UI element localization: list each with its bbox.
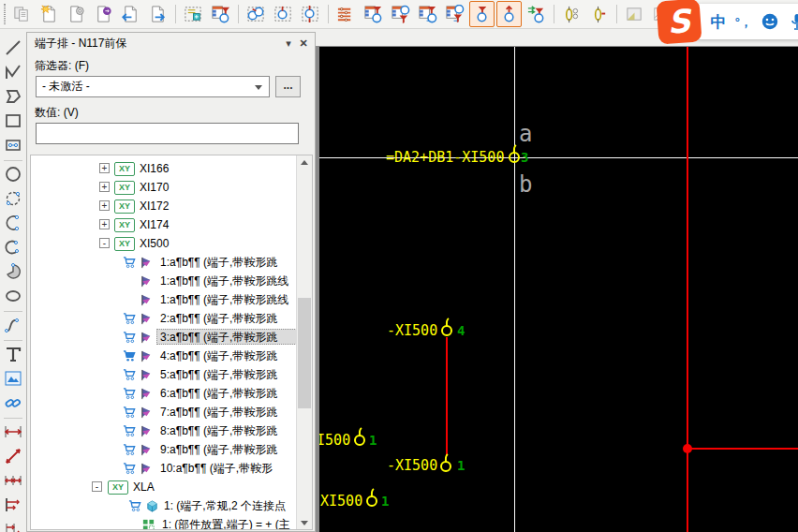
dim-linear-tool[interactable] bbox=[2, 421, 24, 443]
line-tool[interactable] bbox=[2, 37, 24, 59]
microphone-button[interactable] bbox=[788, 12, 798, 31]
xla-placement-row[interactable]: 1: (部件放置,端子) = + (主 bbox=[31, 515, 299, 530]
device-label[interactable]: =DA2+DB1-XI500 bbox=[386, 148, 504, 167]
terminal-row-1a[interactable]: 1:a¶b¶¶ (端子,带鞍形跳 bbox=[31, 253, 299, 272]
collapse-icon[interactable]: - bbox=[99, 238, 110, 248]
tree-item-xi172[interactable]: + XY XI172 bbox=[31, 197, 293, 215]
panel-title-bar[interactable]: 端子排 - N117前保 ▾ ✕ bbox=[27, 33, 315, 53]
terminal-row-6[interactable]: 6:a¶b¶¶ (端子,带鞍形跳 bbox=[31, 384, 299, 403]
terminal-symbol-2[interactable] bbox=[439, 318, 454, 338]
terminal-symbol-3[interactable] bbox=[438, 453, 453, 474]
jumper-symbol-1-button[interactable] bbox=[559, 1, 584, 27]
terminal-label-clipped-2[interactable]: -XI500 bbox=[319, 492, 362, 510]
terminal-symbol-1[interactable] bbox=[507, 144, 522, 165]
expand-icon[interactable]: + bbox=[99, 200, 110, 211]
emoji-button[interactable] bbox=[761, 12, 779, 31]
page-back-button[interactable] bbox=[118, 1, 143, 27]
arc-tool[interactable] bbox=[2, 212, 24, 234]
sort-terminals-button[interactable] bbox=[388, 1, 413, 27]
circle-tool[interactable] bbox=[2, 163, 24, 185]
terminal-symbol-4[interactable] bbox=[352, 427, 367, 448]
rectangle-tool[interactable] bbox=[2, 110, 24, 132]
terminal-row-9[interactable]: 9:a¶b¶¶ (端子,带鞍形跳 bbox=[31, 440, 299, 459]
wire-terminal-segment[interactable] bbox=[446, 337, 448, 456]
tree-item-xi166[interactable]: + XY XI166 bbox=[31, 159, 293, 178]
toolbar-grip[interactable] bbox=[4, 4, 6, 24]
multiple-terminals-button[interactable] bbox=[333, 1, 359, 27]
tree-item-xi170[interactable]: + XY XI170 bbox=[31, 178, 293, 197]
corner-fill-icon bbox=[625, 5, 644, 24]
terminal-label-xi500-1[interactable]: -XI500 bbox=[387, 456, 437, 475]
schematic-canvas[interactable]: =DA2+DB1-XI500 3 a b -XI500 4 -XI500 1 -… bbox=[319, 47, 798, 532]
hyperlink-tool[interactable] bbox=[2, 392, 24, 414]
move-toggle-button[interactable] bbox=[496, 1, 522, 27]
panel-close-button[interactable]: ✕ bbox=[296, 36, 311, 51]
panel-pin-button[interactable]: ▾ bbox=[281, 36, 296, 51]
scrollbar-thumb[interactable] bbox=[298, 298, 311, 408]
text-tool[interactable] bbox=[2, 343, 24, 365]
tree-item-xi174[interactable]: + XY XI174 bbox=[31, 215, 293, 234]
terminal-row-2[interactable]: 2:a¶b¶¶ (端子,带鞍形跳 bbox=[31, 309, 299, 328]
terminal-row-5[interactable]: 5:a¶b¶¶ (端子,带鞍形跳 bbox=[31, 365, 299, 384]
terminal-label-clipped-1[interactable]: -XI500 bbox=[319, 431, 350, 450]
expand-icon[interactable]: + bbox=[99, 182, 110, 192]
terminal-row-10[interactable]: 10:a¶b¶¶ (端子,带鞍形 bbox=[31, 459, 299, 478]
terminal-symbol-5[interactable] bbox=[364, 488, 379, 509]
expand-icon[interactable]: + bbox=[99, 219, 110, 229]
sector-tool[interactable] bbox=[2, 260, 24, 283]
rounded-rectangle-tool[interactable] bbox=[2, 134, 24, 156]
new-page-button[interactable] bbox=[37, 1, 62, 27]
circle-by-points-tool[interactable] bbox=[2, 187, 24, 210]
sogou-logo[interactable]: S bbox=[656, 0, 702, 45]
terminal-navigator-button[interactable] bbox=[208, 1, 233, 27]
corner-fill-button[interactable] bbox=[622, 1, 647, 27]
filter-dropdown[interactable]: - 未激活 - bbox=[36, 76, 270, 97]
copy-page-button[interactable] bbox=[9, 1, 35, 27]
spline-tool[interactable] bbox=[2, 314, 24, 336]
wire-vertical-main[interactable] bbox=[687, 47, 688, 532]
dim-continued-tool[interactable] bbox=[2, 469, 24, 492]
edit-terminal-strip-button[interactable] bbox=[181, 1, 206, 27]
polyline-tool[interactable] bbox=[2, 61, 24, 83]
terminal-row-4[interactable]: 4:a¶b¶¶ (端子,带鞍形跳 bbox=[31, 347, 299, 365]
wire-horizontal-branch[interactable] bbox=[687, 448, 798, 450]
scroll-up-icon[interactable] bbox=[299, 156, 310, 168]
arc-3-point-tool[interactable] bbox=[2, 236, 24, 259]
tree-item-xi500[interactable]: - XY XI500 bbox=[31, 234, 293, 253]
collapse-icon[interactable]: - bbox=[92, 481, 102, 492]
terminal-row-1c[interactable]: 1:a¶b¶¶ (端子,带鞍形跳线 bbox=[31, 290, 299, 309]
jumper-symbol-2-button[interactable] bbox=[586, 1, 612, 27]
page-properties-button[interactable] bbox=[64, 1, 89, 27]
terminal-row-8[interactable]: 8:a¶b¶¶ (端子,带鞍形跳 bbox=[31, 421, 299, 440]
filter-toggle-button[interactable] bbox=[469, 1, 495, 27]
tree-item-xla[interactable]: - XY XLA bbox=[31, 478, 293, 496]
group-terminals-button[interactable] bbox=[244, 1, 269, 27]
chinese-mode-button[interactable]: 中 bbox=[711, 14, 727, 30]
terminal-row-3-selected[interactable]: 3:a¶b¶¶ (端子,带鞍形跳 bbox=[31, 328, 299, 347]
insert-terminal-both-button[interactable] bbox=[298, 1, 323, 27]
resort-terminals-button[interactable] bbox=[442, 1, 467, 27]
dim-baseline-tool[interactable] bbox=[2, 494, 24, 516]
tree-scrollbar[interactable] bbox=[296, 155, 312, 529]
xla-terminal-row[interactable]: 1: (端子,常规,2 个连接点 bbox=[31, 496, 299, 515]
dim-incremental-tool[interactable] bbox=[2, 518, 24, 532]
terminal-row-1b[interactable]: 1:a¶b¶¶ (端子,带鞍形跳线 bbox=[31, 272, 299, 290]
scroll-down-icon[interactable] bbox=[299, 517, 310, 528]
pin-number-1c: 1 bbox=[381, 493, 389, 510]
expand-icon[interactable]: + bbox=[99, 163, 110, 173]
ellipse-tool[interactable] bbox=[2, 285, 24, 307]
page-forward-button[interactable] bbox=[145, 1, 170, 27]
value-input[interactable] bbox=[36, 123, 299, 144]
filter-more-button[interactable]: ... bbox=[275, 76, 301, 97]
terminal-row-7[interactable]: 7:a¶b¶¶ (端子,带鞍形跳 bbox=[31, 403, 299, 421]
punctuation-button[interactable]: °， bbox=[735, 16, 752, 28]
dim-aligned-tool[interactable] bbox=[2, 445, 24, 467]
page-macro-button[interactable] bbox=[91, 1, 116, 27]
renumber-terminals-button[interactable] bbox=[415, 1, 440, 27]
polygon-tool[interactable] bbox=[2, 85, 24, 108]
number-terminals-button[interactable] bbox=[361, 1, 386, 27]
insert-terminal-top-button[interactable] bbox=[271, 1, 296, 27]
image-tool[interactable] bbox=[2, 367, 24, 390]
terminal-label-xi500-4[interactable]: -XI500 bbox=[387, 321, 437, 340]
swap-terminals-button[interactable] bbox=[524, 1, 549, 27]
